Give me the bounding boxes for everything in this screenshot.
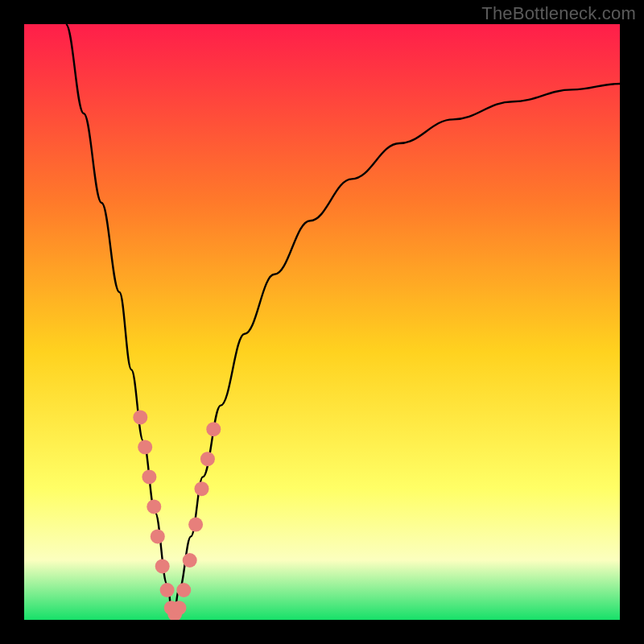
curve-marker xyxy=(176,583,191,597)
curve-marker xyxy=(200,452,215,466)
curve-marker xyxy=(188,518,203,532)
curve-marker xyxy=(142,469,156,484)
gradient-background xyxy=(24,24,620,620)
curve-marker xyxy=(151,529,165,543)
curve-marker xyxy=(206,422,221,436)
curve-marker xyxy=(147,499,161,514)
curve-marker xyxy=(160,583,175,597)
curve-marker xyxy=(133,410,147,424)
curve-marker xyxy=(155,559,170,573)
curve-marker xyxy=(195,481,209,496)
curve-marker xyxy=(171,601,186,615)
curve-marker xyxy=(138,440,152,454)
chart-svg xyxy=(24,24,620,620)
plot-area xyxy=(24,24,620,620)
chart-frame: TheBottleneck.com xyxy=(0,0,644,644)
watermark-text: TheBottleneck.com xyxy=(481,3,636,24)
curve-marker xyxy=(183,553,197,568)
